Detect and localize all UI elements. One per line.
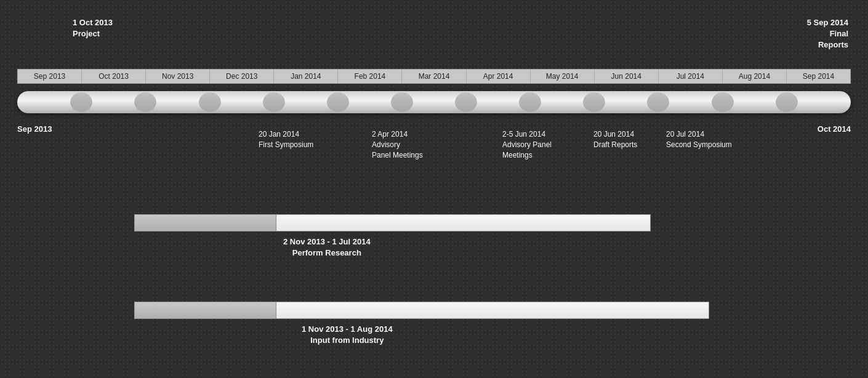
event-advisory-1: 2 Apr 2014 Advisory Panel Meetings [372, 129, 423, 160]
gantt-row-input-industry [17, 302, 851, 319]
gantt-row-perform-research [17, 214, 851, 231]
event-advisory-1-label2: Panel Meetings [372, 150, 423, 161]
month-jun2014: Jun 2014 [595, 70, 659, 83]
month-jul2014: Jul 2014 [659, 70, 723, 83]
month-aug2014: Aug 2014 [723, 70, 787, 83]
timeline-bar [17, 91, 851, 113]
event-advisory-2: 2-5 Jun 2014 Advisory Panel Meetings [502, 129, 552, 160]
event-draft-reports: 20 Jun 2014 Draft Reports [593, 129, 637, 150]
project-label: Project [73, 28, 113, 39]
event-draft-reports-label: Draft Reports [593, 140, 637, 150]
event-advisory-2-label2: Meetings [502, 150, 552, 161]
month-apr2014: Apr 2014 [467, 70, 531, 83]
gantt-input-industry-label: Input from Industry [302, 335, 393, 346]
month-feb2014: Feb 2014 [338, 70, 402, 83]
month-may2014: May 2014 [531, 70, 595, 83]
event-second-symposium: 20 Jul 2014 Second Symposium [666, 129, 732, 150]
final-reports-annotation: 5 Sep 2014 Final Reports [807, 17, 848, 51]
gantt-input-industry-date: 1 Nov 2013 - 1 Aug 2014 [302, 324, 393, 335]
gantt-perform-research-label: Perform Research [283, 247, 371, 259]
final-reports-label: Final [807, 28, 848, 39]
event-advisory-2-date: 2-5 Jun 2014 [502, 129, 552, 140]
event-second-symposium-date: 20 Jul 2014 [666, 129, 732, 140]
month-dec2013: Dec 2013 [210, 70, 274, 83]
gantt-bar-input-industry-right [276, 302, 709, 319]
month-nov2013: Nov 2013 [146, 70, 210, 83]
event-second-symposium-label: Second Symposium [666, 140, 732, 150]
month-sep2014: Sep 2014 [787, 70, 850, 83]
final-reports-date: 5 Sep 2014 [807, 17, 848, 28]
start-date-label: Sep 2013 [17, 124, 52, 134]
event-draft-reports-date: 20 Jun 2014 [593, 129, 637, 140]
gantt-bar-input-industry-left [134, 302, 276, 319]
month-mar2014: Mar 2014 [402, 70, 466, 83]
end-date-label: Oct 2014 [818, 124, 851, 134]
timeline-container: 1 Oct 2013 Project 5 Sep 2014 Final Repo… [0, 0, 868, 378]
event-advisory-1-label: Advisory [372, 140, 423, 150]
event-advisory-1-date: 2 Apr 2014 [372, 129, 423, 140]
gantt-perform-research-date: 2 Nov 2013 - 1 Jul 2014 [283, 236, 371, 247]
gantt-label-perform-research: 2 Nov 2013 - 1 Jul 2014 Perform Research [283, 236, 371, 259]
gantt-label-input-industry: 1 Nov 2013 - 1 Aug 2014 Input from Indus… [302, 324, 393, 346]
month-header: Sep 2013 Oct 2013 Nov 2013 Dec 2013 Jan … [17, 69, 851, 84]
event-advisory-2-label: Advisory Panel [502, 140, 552, 150]
gantt-bar-perform-research-left [134, 214, 276, 231]
month-jan2014: Jan 2014 [274, 70, 338, 83]
month-oct2013: Oct 2013 [82, 70, 146, 83]
project-date: 1 Oct 2013 [73, 17, 113, 28]
project-annotation: 1 Oct 2013 Project [73, 17, 113, 39]
month-sep2013: Sep 2013 [18, 70, 82, 83]
event-first-symposium-label: First Symposium [259, 140, 313, 150]
event-first-symposium: 20 Jan 2014 First Symposium [259, 129, 313, 150]
final-reports-label2: Reports [807, 39, 848, 50]
gantt-bar-perform-research-right [276, 214, 651, 231]
event-first-symposium-date: 20 Jan 2014 [259, 129, 313, 140]
